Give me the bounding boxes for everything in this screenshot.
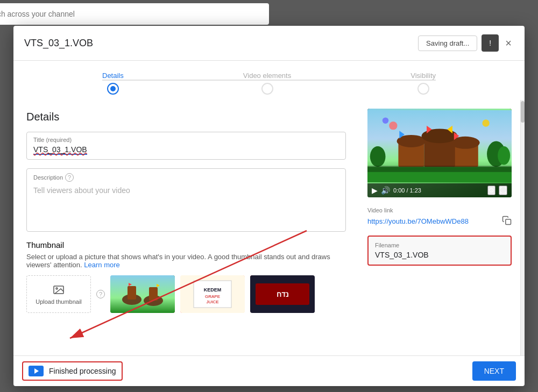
- video-controls: ▶ 🔊 0:00 / 1:23 ⚙ ⛶: [367, 183, 512, 197]
- svg-point-35: [383, 117, 388, 123]
- svg-text:GRAPE: GRAPE: [205, 294, 220, 299]
- thumbnail-title: Thumbnail: [26, 240, 346, 250]
- thumbnail-description: Select or upload a picture that shows wh…: [26, 253, 346, 269]
- video-link-section: Video link https://youtu.be/7OMebwWDe88: [367, 203, 512, 231]
- svg-rect-8: [149, 287, 158, 301]
- play-button[interactable]: ▶: [372, 186, 378, 195]
- step-video-elements-circle: [261, 83, 273, 95]
- step-video-elements-label: Video elements: [243, 72, 291, 80]
- status-text: Finished processing: [49, 367, 116, 375]
- time-display: 0:00 / 1:23: [393, 187, 484, 194]
- step-details-label: Details: [102, 72, 124, 80]
- video-link-url[interactable]: https://youtu.be/7OMebwWDe88: [367, 217, 469, 225]
- copy-icon: [502, 216, 512, 225]
- save-draft-button[interactable]: Saving draft...: [418, 35, 477, 51]
- fullscreen-button[interactable]: ⛶: [499, 186, 507, 195]
- svg-text:נדח: נדח: [277, 290, 289, 298]
- feedback-button[interactable]: !: [482, 34, 499, 52]
- step-visibility-label: Visibility: [410, 72, 436, 80]
- step-visibility-circle: [417, 83, 429, 95]
- step-details-circle: [107, 83, 119, 95]
- modal-main-content: Details Title (required) VTS_03_1.VOB De…: [13, 100, 359, 355]
- svg-point-23: [498, 146, 510, 165]
- close-icon: ×: [505, 37, 512, 49]
- svg-point-36: [482, 119, 489, 126]
- modal-body: Details Title (required) VTS_03_1.VOB De…: [13, 100, 525, 355]
- footer-status: Finished processing: [22, 361, 123, 381]
- thumbnail-desc-text: Select or upload a picture that shows wh…: [26, 253, 330, 269]
- upload-thumbnail-icon: [52, 283, 65, 296]
- video-link-row: https://youtu.be/7OMebwWDe88: [367, 216, 512, 227]
- scrollbar[interactable]: [520, 100, 525, 355]
- svg-text:KEDEM: KEDEM: [204, 287, 222, 293]
- upload-thumbnail-button[interactable]: Upload thumbnail: [26, 275, 91, 313]
- step-video-elements[interactable]: Video elements: [243, 72, 291, 95]
- svg-text:JUICE: JUICE: [206, 300, 218, 304]
- modal-footer: Finished processing NEXT: [13, 355, 525, 386]
- svg-point-34: [389, 122, 397, 130]
- copy-link-button[interactable]: [502, 216, 512, 227]
- video-preview[interactable]: ▶ 🔊 0:00 / 1:23 ⚙ ⛶: [367, 109, 512, 197]
- video-sidebar: ▶ 🔊 0:00 / 1:23 ⚙ ⛶ Video link https://y…: [359, 100, 520, 355]
- modal-title: VTS_03_1.VOB: [24, 38, 93, 49]
- learn-more-link[interactable]: Learn more: [84, 261, 119, 269]
- description-field[interactable]: Description ? Tell viewers about your vi…: [26, 168, 346, 232]
- thumbnail-section: Thumbnail Select or upload a picture tha…: [26, 240, 346, 313]
- filename-label: Filename: [375, 242, 504, 248]
- svg-point-21: [370, 146, 386, 167]
- thumbnail-options: Upload thumbnail ?: [26, 275, 346, 313]
- volume-button[interactable]: 🔊: [381, 186, 390, 195]
- header-actions: Saving draft... ! ×: [418, 34, 514, 52]
- filename-value: VTS_03_1.VOB: [375, 251, 504, 259]
- thumbnail-option-1[interactable]: [110, 275, 175, 313]
- modal-header: VTS_03_1.VOB Saving draft... ! ×: [13, 26, 525, 61]
- upload-modal: VTS_03_1.VOB Saving draft... ! × Details…: [13, 26, 525, 386]
- settings-button[interactable]: ⚙: [487, 186, 495, 195]
- description-help-icon[interactable]: ?: [65, 173, 74, 182]
- section-title: Details: [26, 111, 346, 123]
- title-label: Title (required): [33, 137, 339, 143]
- steps-container: Details Video elements Visibility: [13, 61, 525, 100]
- filename-box: Filename VTS_03_1.VOB: [367, 236, 512, 266]
- description-label: Description: [33, 174, 63, 181]
- title-value: VTS_03_1.VOB: [33, 145, 87, 155]
- steps: Details Video elements Visibility: [102, 72, 436, 95]
- svg-rect-37: [367, 166, 512, 172]
- thumbnail-option-3[interactable]: נדח: [250, 275, 315, 313]
- title-input-wrapper: VTS_03_1.VOB: [33, 145, 339, 155]
- thumbnail-2-image: KEDEM GRAPE JUICE: [180, 275, 245, 313]
- svg-rect-38: [506, 219, 511, 225]
- svg-point-3: [56, 288, 58, 289]
- thumbnail-help-icon[interactable]: ?: [96, 290, 105, 298]
- video-link-label: Video link: [367, 207, 512, 213]
- description-header: Description ?: [33, 173, 339, 182]
- thumbnail-1-image: [110, 275, 175, 313]
- step-details[interactable]: Details: [102, 72, 124, 95]
- svg-rect-7: [128, 286, 136, 300]
- svg-rect-4: [110, 275, 175, 313]
- thumbnail-3-image: נדח: [250, 275, 315, 313]
- description-placeholder: Tell viewers about your video: [33, 186, 339, 195]
- title-field[interactable]: Title (required) VTS_03_1.VOB: [26, 132, 346, 160]
- thumbnail-option-2[interactable]: KEDEM GRAPE JUICE: [180, 275, 245, 313]
- step-visibility[interactable]: Visibility: [410, 72, 436, 95]
- feedback-icon: !: [489, 39, 491, 47]
- close-button[interactable]: ×: [503, 35, 514, 52]
- upload-thumbnail-label: Upload thumbnail: [36, 298, 82, 305]
- search-input[interactable]: [0, 10, 263, 18]
- video-scene: [367, 109, 512, 184]
- processing-status-icon: [29, 366, 44, 376]
- next-button[interactable]: NEXT: [472, 361, 516, 381]
